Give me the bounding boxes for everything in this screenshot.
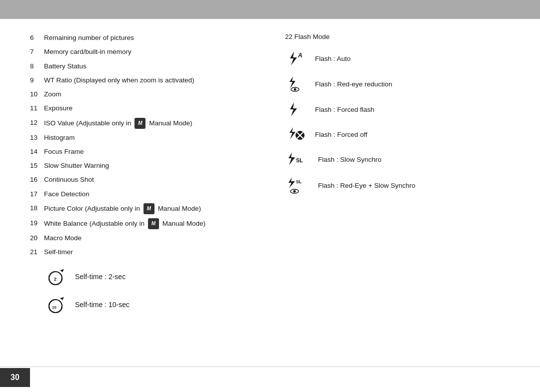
- timer-2sec-icon-container: 2: [45, 267, 66, 286]
- list-item-with-icon: 18 Picture Color (Adjustable only in M M…: [30, 203, 255, 214]
- selftimer-section: 2 Self-time : 2-sec 10 Self-time : 10-se…: [30, 267, 255, 314]
- item-number: 10: [30, 89, 44, 99]
- flash-off-icon: [285, 126, 308, 142]
- item-text: ISO Value (Adjustable only in M Manual M…: [44, 118, 192, 129]
- flash-slow-icon-container: SL: [285, 151, 311, 167]
- item-text: Memory card/built-in memory: [44, 47, 132, 57]
- svg-marker-16: [288, 152, 295, 165]
- manual-mode-icon: M: [148, 218, 159, 229]
- selftimer-row-10sec: 10 Self-time : 10-sec: [45, 295, 255, 314]
- item-number: 13: [30, 133, 44, 143]
- item-number: 11: [30, 103, 44, 113]
- item-number: 14: [30, 147, 44, 157]
- list-item: 13 Histogram: [30, 133, 255, 143]
- item-text: Battery Status: [44, 61, 86, 71]
- item-number: 16: [30, 175, 44, 185]
- item-text: Focus Frame: [44, 147, 84, 157]
- flash-slow-icon: SL: [285, 151, 311, 167]
- selftimer-10sec-label: Self-time : 10-sec: [75, 301, 130, 309]
- flash-forced-icon-container: [285, 101, 308, 117]
- svg-text:SL: SL: [296, 157, 303, 163]
- svg-point-10: [294, 88, 296, 91]
- item-number: 20: [30, 233, 44, 243]
- flash-redeye-icon: [285, 75, 308, 92]
- timer-2sec-icon: 2: [46, 267, 65, 286]
- list-item-with-icon: 12 ISO Value (Adjustable only in M Manua…: [30, 118, 255, 129]
- item-text: Continuous Shot: [44, 175, 94, 185]
- svg-marker-4: [60, 297, 64, 300]
- list-item: 20 Macro Mode: [30, 233, 255, 243]
- item-text: Histogram: [44, 133, 75, 143]
- list-item: 7 Memory card/built-in memory: [30, 47, 255, 57]
- flash-redeye-slow-label: Flash : Red-Eye + Slow Synchro: [318, 182, 416, 189]
- bottom-section: 30: [0, 367, 540, 392]
- left-column: 6 Remaining number of pictures 7 Memory …: [30, 33, 265, 323]
- item-number: 18: [30, 203, 44, 213]
- flash-slow-label: Flash : Slow Synchro: [318, 156, 382, 163]
- flash-redeye-label: Flash : Red-eye reduction: [315, 80, 392, 88]
- item-text: Face Detection: [44, 189, 90, 199]
- item-number: 7: [30, 47, 44, 57]
- item-text: Picture Color (Adjustable only in M Manu…: [44, 203, 201, 214]
- svg-text:A: A: [298, 52, 302, 59]
- page-number-box: 30: [0, 368, 30, 387]
- flash-redeye-icon-container: [285, 75, 308, 92]
- flash-row-slow: SL Flash : Slow Synchro: [285, 151, 510, 167]
- flash-row-redeye-slow: SL Flash : Red-Eye + Slow Synchro: [285, 176, 510, 194]
- svg-marker-1: [60, 269, 64, 272]
- page-number: 30: [10, 373, 20, 382]
- svg-text:2: 2: [54, 277, 56, 282]
- list-item: 6 Remaining number of pictures: [30, 33, 255, 43]
- flash-forced-icon: [285, 101, 308, 117]
- item-text: Slow Shutter Warning: [44, 161, 109, 171]
- list-item-with-icon: 19 White Balance (Adjustable only in M M…: [30, 218, 255, 229]
- manual-mode-icon: M: [144, 203, 154, 214]
- flash-mode-title: 22 Flash Mode: [285, 33, 510, 40]
- list-item-17: 17 Face Detection: [30, 189, 255, 199]
- svg-marker-12: [290, 127, 296, 139]
- flash-off-label: Flash : Forced off: [315, 131, 368, 138]
- svg-text:10: 10: [52, 305, 56, 310]
- flash-row-forced: Flash : Forced flash: [285, 101, 510, 117]
- svg-marker-6: [290, 51, 297, 65]
- svg-marker-11: [290, 102, 297, 116]
- content-area: 6 Remaining number of pictures 7 Memory …: [0, 19, 540, 333]
- bottom-footer: 30: [0, 367, 540, 392]
- item-number: 19: [30, 218, 44, 228]
- list-item: 10 Zoom: [30, 89, 255, 99]
- item-text: Zoom: [44, 89, 62, 99]
- list-item: 21 Self-timer: [30, 247, 255, 257]
- item-number: 17: [30, 189, 44, 199]
- svg-marker-18: [288, 177, 295, 188]
- item-number: 21: [30, 247, 44, 257]
- flash-forced-label: Flash : Forced flash: [315, 106, 374, 113]
- list-item-16: 16 Continuous Shot: [30, 175, 255, 185]
- flash-redeye-slow-icon: SL: [285, 176, 311, 194]
- list-item: 11 Exposure: [30, 103, 255, 113]
- selftimer-row-2sec: 2 Self-time : 2-sec: [45, 267, 255, 286]
- svg-point-21: [294, 190, 296, 193]
- item-text: Remaining number of pictures: [44, 33, 134, 43]
- flash-redeye-slow-icon-container: SL: [285, 176, 311, 194]
- flash-row-off: Flash : Forced off: [285, 126, 510, 142]
- item-number: 15: [30, 161, 44, 171]
- list-item: 8 Battery Status: [30, 61, 255, 71]
- flash-auto-label: Flash : Auto: [315, 55, 350, 62]
- timer-10sec-icon-container: 10: [45, 295, 66, 314]
- right-column: 22 Flash Mode A Flash : Auto: [265, 33, 510, 323]
- flash-auto-icon: A: [285, 50, 308, 66]
- item-number: 6: [30, 33, 44, 43]
- item-number: 8: [30, 61, 44, 71]
- svg-marker-8: [290, 76, 296, 88]
- flash-row-auto: A Flash : Auto: [285, 50, 510, 66]
- item-number: 9: [30, 75, 44, 85]
- flash-row-redeye: Flash : Red-eye reduction: [285, 75, 510, 92]
- svg-text:SL: SL: [296, 179, 302, 184]
- item-text: WT Ratio (Displayed only when zoom is ac…: [44, 75, 194, 85]
- top-bar: [0, 0, 540, 19]
- list-item: 9 WT Ratio (Displayed only when zoom is …: [30, 75, 255, 85]
- list-item-15: 15 Slow Shutter Warning: [30, 161, 255, 171]
- item-text: Self-timer: [44, 247, 73, 257]
- flash-auto-icon-container: A: [285, 50, 308, 66]
- item-text: Exposure: [44, 103, 72, 113]
